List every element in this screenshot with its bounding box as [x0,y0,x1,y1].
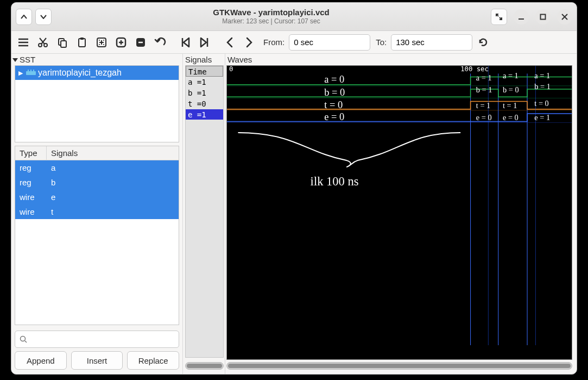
svg-rect-18 [33,70,34,71]
filter-search[interactable] [15,331,179,348]
from-label: From: [263,38,284,47]
hamburger-menu-button[interactable] [15,34,32,51]
svg-text:b = 0: b = 0 [324,87,345,98]
svg-text:e = 0: e = 0 [324,111,344,122]
zoom-in-button[interactable] [112,34,130,51]
svg-text:t = 0: t = 0 [324,99,343,110]
wave-b [227,89,572,98]
go-start-button[interactable] [176,34,194,51]
close-icon [561,14,568,20]
svg-text:e = 1: e = 1 [534,113,550,122]
signal-item[interactable]: a =1 [186,77,223,88]
insert-button[interactable]: Insert [71,351,123,370]
prev-edge-button[interactable] [221,34,238,51]
svg-text:t = 1: t = 1 [503,101,517,110]
hamburger-icon [18,38,29,47]
svg-point-10 [103,40,104,41]
sst-tree-root[interactable]: ▶ yarimtoplayici_tezgah [15,66,179,80]
append-button[interactable]: Append [15,351,67,370]
signal-table-header: Type Signals [15,146,179,160]
wave-viewport[interactable]: 0 100 sec [226,65,572,360]
tree-expand-icon[interactable]: ▶ [18,70,23,77]
signal-table-body[interactable]: rega regb wiree wiret [15,160,179,325]
svg-text:e = 0: e = 0 [503,113,519,122]
to-label: To: [376,38,387,47]
svg-text:e = 0: e = 0 [476,113,492,122]
copy-icon [57,37,68,48]
wave-note: ilk 100 ns [311,175,359,188]
svg-text:b = 1: b = 1 [476,85,492,94]
svg-rect-1 [541,14,546,19]
axis-tick-100: 100 sec [460,66,489,73]
svg-text:t = 0: t = 0 [534,99,548,108]
main-area: SST ▶ yarimtoplayici_tezgah Type Signals… [11,54,577,374]
wave-canvas: 0 100 sec [227,66,572,345]
wave-e [227,114,572,122]
undo-button[interactable] [151,34,169,51]
history-down-button[interactable] [35,9,52,25]
skip-start-icon [180,37,190,48]
cut-button[interactable] [34,34,52,51]
sst-root-name: yarimtoplayici_tezgah [38,68,122,78]
waves-h-scrollbar[interactable] [226,362,572,370]
table-row[interactable]: rega [15,160,179,175]
clipboard-icon [77,37,87,48]
history-up-button[interactable] [16,9,32,25]
to-input[interactable] [391,34,472,51]
signal-item[interactable]: b =1 [186,88,223,98]
from-input[interactable] [289,34,370,51]
col-signals[interactable]: Signals [47,146,82,160]
signal-item[interactable]: t =0 [186,98,223,109]
fullscreen-icon [495,13,503,21]
svg-text:b = 0: b = 0 [503,85,519,94]
svg-text:t = 1: t = 1 [476,101,490,110]
signal-item-selected[interactable]: e =1 [186,109,223,120]
axis-tick-0: 0 [229,66,233,73]
svg-text:a = 1: a = 1 [534,71,550,80]
window-subtitle: Marker: 123 sec | Cursor: 107 sec [52,17,491,25]
skip-end-icon [200,37,210,48]
signals-h-scrollbar[interactable] [185,362,224,370]
wave-t [227,102,572,110]
left-panel: SST ▶ yarimtoplayici_tezgah Type Signals… [11,54,183,374]
toolbar: From: To: [11,31,577,54]
fullscreen-button[interactable] [491,9,507,25]
go-end-button[interactable] [196,34,213,51]
zoom-fit-button[interactable] [93,34,110,51]
reload-button[interactable] [475,34,492,51]
copy-button[interactable] [54,34,71,51]
table-row[interactable]: regb [15,175,179,190]
sst-label[interactable]: SST [11,54,182,65]
table-row[interactable]: wiree [15,190,179,204]
filter-input[interactable] [30,334,174,345]
close-button[interactable] [557,9,572,24]
scissors-icon [37,37,48,48]
svg-text:a = 1: a = 1 [476,73,492,82]
module-icon [26,70,35,76]
caret-down-icon [40,15,47,19]
window-title: GTKWave - yarimtoplayici.vcd [52,8,491,17]
minimize-button[interactable] [514,9,529,24]
next-edge-button[interactable] [241,34,258,51]
sst-tree[interactable]: ▶ yarimtoplayici_tezgah [15,65,179,142]
svg-rect-7 [80,38,84,40]
search-icon [20,335,27,343]
table-row[interactable]: wiret [15,204,179,219]
svg-rect-17 [30,70,31,71]
paste-button[interactable] [73,34,91,51]
signals-list[interactable]: Time a =1 b =1 t =0 e =1 [185,65,224,358]
svg-point-11 [99,44,100,45]
undo-icon [154,37,166,48]
col-type[interactable]: Type [15,146,47,160]
wave-a [227,77,572,85]
maximize-button[interactable] [535,9,551,24]
svg-rect-5 [61,41,66,47]
svg-text:a = 1: a = 1 [503,71,519,80]
svg-point-12 [103,44,104,45]
chevron-right-icon [245,37,253,48]
zoom-fit-icon [96,37,107,48]
signal-table: Type Signals rega regb wiree wiret [15,146,179,325]
replace-button[interactable]: Replace [127,351,179,370]
zoom-out-button[interactable] [132,34,149,51]
signal-item-time[interactable]: Time [186,66,223,77]
